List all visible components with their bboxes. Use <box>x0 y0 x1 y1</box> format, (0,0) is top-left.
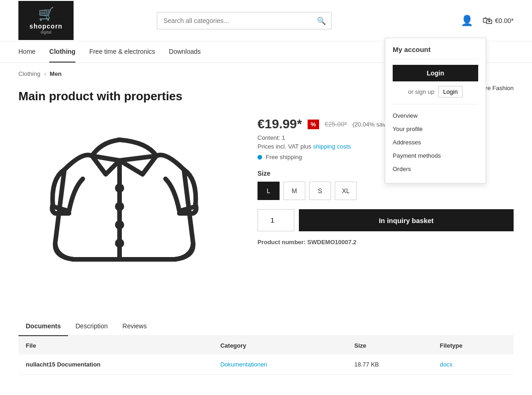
search-icon[interactable]: 🔍 <box>317 16 326 25</box>
doc-size: 18.77 KB <box>347 355 432 375</box>
header: 🛒 shopcorn digital 🔍 👤 🛍 €0.00* My accou… <box>0 0 532 41</box>
doc-filetype[interactable]: docx <box>432 355 514 375</box>
logo-name: shopcorn <box>29 23 63 30</box>
col-size: Size <box>347 337 432 355</box>
dropdown-overview[interactable]: Overview <box>393 109 478 122</box>
dropdown-signup-row: or sign up Login <box>393 86 478 97</box>
price-original: €25.00* <box>325 120 347 128</box>
search-bar: 🔍 <box>157 12 332 29</box>
col-filetype: Filetype <box>432 337 514 355</box>
tab-reviews[interactable]: Reviews <box>115 317 154 336</box>
size-btn-l[interactable]: L <box>257 182 280 200</box>
dropdown-links: Overview Your profile Addresses Payment … <box>393 104 478 176</box>
product-number: Product number: SWDEMO10007.2 <box>257 239 514 246</box>
cart-icon: 🛍 <box>482 15 492 27</box>
doc-filetype-link[interactable]: docx <box>440 361 452 368</box>
dropdown-login-button[interactable]: Login <box>393 65 478 81</box>
dropdown-title: My account <box>393 46 478 59</box>
dropdown-addresses[interactable]: Addresses <box>393 136 478 149</box>
breadcrumb-separator: › <box>44 70 46 77</box>
product-number-label: Product number: <box>257 239 306 246</box>
header-right: 👤 🛍 €0.00* My account Login or sign up L… <box>461 15 514 27</box>
nav-item-downloads[interactable]: Downloads <box>169 41 200 63</box>
size-btn-xl[interactable]: XL <box>335 182 357 200</box>
tabs-section: Documents Description Reviews File Categ… <box>0 317 532 375</box>
shipping-costs-link[interactable]: shipping costs <box>313 143 351 150</box>
account-button[interactable]: 👤 <box>461 15 473 27</box>
breadcrumb-parent[interactable]: Clothing <box>18 70 40 77</box>
table-header-row: File Category Size Filetype <box>18 337 514 355</box>
search-input[interactable] <box>157 12 332 29</box>
col-file: File <box>18 337 213 355</box>
add-row: In inquiry basket <box>257 209 514 231</box>
tab-documents[interactable]: Documents <box>18 317 68 336</box>
doc-category[interactable]: Dokumentationen <box>213 355 347 375</box>
size-btn-m[interactable]: M <box>283 182 305 200</box>
free-shipping-text: Free shipping <box>266 154 302 160</box>
cart-price: €0.00* <box>495 17 514 24</box>
logo[interactable]: 🛒 shopcorn digital <box>18 1 74 40</box>
documents-table: File Category Size Filetype nullacht15 D… <box>18 337 514 375</box>
nav-item-clothing[interactable]: Clothing <box>49 41 75 63</box>
size-options: L M S XL <box>257 182 514 200</box>
doc-file: nullacht15 Documentation <box>18 355 213 375</box>
logo-icon: 🛒 <box>38 6 54 22</box>
or-signup-text: or sign up <box>408 88 435 95</box>
dropdown-profile[interactable]: Your profile <box>393 122 478 136</box>
tabs-row: Documents Description Reviews <box>18 317 514 336</box>
col-category: Category <box>213 337 347 355</box>
quantity-input[interactable] <box>257 209 294 231</box>
breadcrumb-current: Men <box>50 70 62 77</box>
tab-description[interactable]: Description <box>68 317 115 336</box>
size-btn-s[interactable]: S <box>309 182 331 200</box>
doc-category-link[interactable]: Dokumentationen <box>220 361 267 368</box>
shipping-dot <box>257 155 262 160</box>
product-title: Main product with properties <box>18 89 230 103</box>
nav-item-home[interactable]: Home <box>18 41 35 63</box>
product-image <box>46 114 202 280</box>
product-number-value: SWDEMO10007.2 <box>307 239 356 246</box>
price-badge: % <box>308 120 320 129</box>
dropdown-orders[interactable]: Orders <box>393 162 478 176</box>
account-dropdown: My account Login or sign up Login Overvi… <box>385 38 486 183</box>
table-row: nullacht15 Documentation Dokumentationen… <box>18 355 514 375</box>
product-image-area: Main product with properties <box>18 89 230 280</box>
logo-sub: digital <box>40 30 51 34</box>
cart-button[interactable]: 🛍 €0.00* <box>482 15 514 27</box>
add-to-basket-button[interactable]: In inquiry basket <box>299 209 514 231</box>
dropdown-signup-button[interactable]: Login <box>438 86 463 97</box>
nav-item-freetime[interactable]: Free time & electronics <box>89 41 155 63</box>
price-main: €19.99* <box>257 117 302 132</box>
dropdown-payment[interactable]: Payment methods <box>393 149 478 162</box>
